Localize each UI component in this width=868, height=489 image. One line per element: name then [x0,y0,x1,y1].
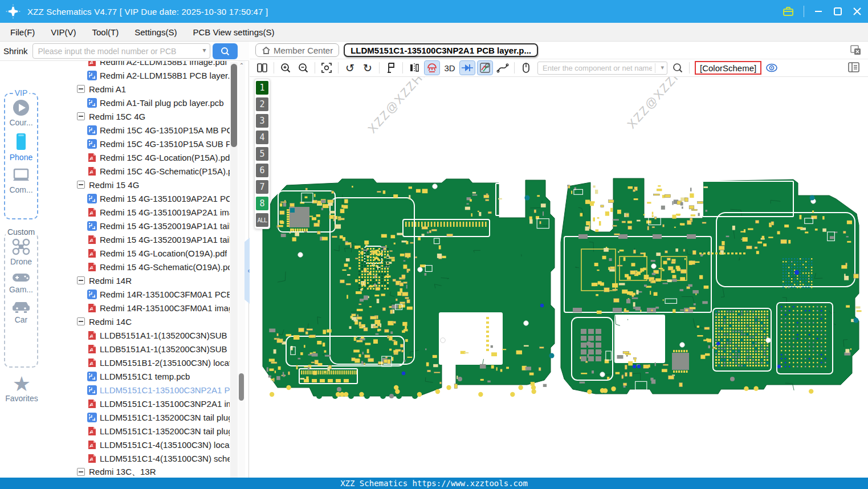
tree-file-row[interactable]: Redmi A1-Tail plug pcb layer.pcb [43,96,230,109]
eye-icon[interactable] [764,61,779,75]
tree-file-row[interactable]: LLDM5151C1 temp.pcb [43,369,230,383]
tree-file-row[interactable]: Redmi 15 4G-13510019AP2A1 image.pdf [43,205,230,219]
tree-file-row[interactable]: Redmi A2-LLDM158B1 PCB layer.pcb [43,68,230,82]
tree-file-row[interactable]: Redmi A2-LLDM158B1 image.pdf [43,61,230,68]
menu-item-1[interactable]: VIP(V) [51,27,76,37]
sidebar-item-course[interactable]: Cour... [5,99,37,127]
tree-scrollbar[interactable] [230,62,238,478]
sidebar-item-computer[interactable]: Com... [5,167,37,194]
tree-file-row[interactable]: Redmi 15C 4G-13510P15A MB PCB layer [43,123,230,137]
pcb-board-view[interactable]: XZZ@XZZHKXZZ@XZZHKXZZ@XZZHKXZZ@XZZHK [254,77,864,476]
zoom-in-icon[interactable] [278,61,293,75]
collapse-minus-icon[interactable] [77,276,85,284]
collapse-minus-icon[interactable] [77,181,85,189]
tree-file-row[interactable]: LLDB5151A1-1(135200C3N)SUB locatio [43,328,230,342]
tree-file-row[interactable]: Redmi 14R-135100C3FM0A1 image.pdf [43,301,230,315]
mouse-icon[interactable] [519,61,533,75]
menu-item-0[interactable]: File(F) [10,27,35,37]
rotate-left-icon[interactable]: ↺ [343,61,357,75]
net-search-icon[interactable] [670,61,685,75]
tree-file-row[interactable]: Redmi 15 4G-13520019AP1A1 tail plug [43,233,230,246]
panel-scrollbar[interactable]: ⌃ [238,61,245,478]
tree-file-row[interactable]: Redmi 15C 4G-13510P15A SUB PCB layer [43,137,230,150]
lamp-highlight-icon[interactable] [425,61,439,75]
collapse-minus-icon[interactable] [77,112,85,120]
scroll-up-icon[interactable]: ⌃ [238,62,245,68]
color-scheme-button[interactable]: [ColorScheme] [695,61,761,75]
split-view-icon[interactable] [255,61,270,75]
layer-button-8[interactable]: 8 [256,197,268,210]
close-document-icon[interactable] [850,44,861,55]
tree-file-row[interactable]: LLDM5151C1-4(135100C3N) schemati [43,451,230,465]
svg-text:XZZ@XZZHK: XZZ@XZZHK [625,77,691,131]
tree-group-row[interactable]: Redmi 15C 4G [43,109,230,123]
layer-button-4[interactable]: 4 [256,131,268,144]
sidebar-item-car[interactable]: Car [5,299,37,324]
layer-button-1[interactable]: 1 [256,81,268,95]
tree-scrollbar-thumb[interactable] [231,64,237,147]
tree-file-row[interactable]: Redmi 15 4G-13510019AP2A1 PCB layer [43,191,230,205]
tree-group-row[interactable]: Redmi A1 [43,82,230,96]
sidebar-item-phone[interactable]: Phone [5,132,37,162]
pcb-file-icon [87,139,97,149]
active-document-tab[interactable]: LLDM5151C1-135100C3NP2A1 PCB layer.p... [344,43,538,57]
panel-toggle-icon[interactable] [847,61,860,74]
layer-button-3[interactable]: 3 [256,114,268,128]
sidebar-item-drone[interactable]: Drone [5,238,37,266]
flag-icon[interactable] [384,61,398,75]
tree-file-row[interactable]: LLDM5151C1-135100C3NP2A1 image [43,397,230,410]
tree-group-row[interactable]: Redmi 13C、13R [43,465,230,478]
tree-group-row[interactable]: Redmi 14C [43,315,230,328]
tree-file-row[interactable]: Redmi 15 4G-Schematic(O19A).pdf [43,260,230,274]
search-button[interactable] [213,43,238,59]
tree-file-row[interactable]: Redmi 15C 4G-Location(P15A).pdf [43,150,230,164]
flip-horizontal-icon[interactable] [407,61,422,75]
tree-file-row[interactable]: LLDM5151C1-135200C3N tail plug [43,410,230,424]
member-center-button[interactable]: Member Center [255,43,339,57]
tree-group-row[interactable]: Redmi 14R [43,274,230,287]
net-search-input[interactable] [537,62,667,75]
layer-button-5[interactable]: 5 [256,147,268,161]
diode-icon[interactable] [460,61,475,75]
pcb-canvas[interactable]: 12345678ALL XZZ@XZZHKXZZ@XZZHKXZZ@XZZHKX… [254,77,864,476]
sidebar-item-favorites[interactable]: ★ Favorites [0,374,43,403]
maximize-button[interactable] [833,6,843,17]
tree-file-row[interactable]: Redmi 15C 4G-Schematic(P15A).pdf [43,164,230,178]
model-search-input[interactable] [32,43,210,59]
layer-button-6[interactable]: 6 [256,164,268,177]
tree-group-row[interactable]: Redmi 15 4G [43,178,230,191]
layer-button-7[interactable]: 7 [256,180,268,194]
collapse-minus-icon[interactable] [77,85,85,93]
menu-item-4[interactable]: PCB View settings(S) [193,27,274,37]
shrink-button[interactable]: Shrink [3,46,28,56]
chevron-down-icon[interactable]: ▾ [203,46,206,54]
close-button[interactable] [852,6,862,17]
sidebar-item-game[interactable]: Gam... [5,271,37,294]
curve-route-icon[interactable] [495,61,510,75]
rotate-right-icon[interactable]: ↻ [360,61,375,75]
tree-file-row[interactable]: Redmi 15 4G-Location(O19A).pdf [43,246,230,260]
fit-view-icon[interactable] [319,61,334,75]
tree-file-row[interactable]: LLDM5151C1-135200C3N tail plug [43,424,230,438]
3d-view-button[interactable]: 3D [442,61,457,75]
tree-file-row[interactable]: LLDM5151B1-2(135100C3N) location [43,356,230,369]
tree-item-label: Redmi A2-LLDM158B1 PCB layer.pcb [100,71,230,80]
measure-trace-icon[interactable] [478,61,492,75]
menu-item-2[interactable]: Tool(T) [92,27,119,37]
panel-scrollbar-thumb[interactable] [239,373,244,401]
tree-file-row[interactable]: Redmi 14R-135100C3FM0A1 PCB layer [43,287,230,301]
tree-file-row[interactable]: Redmi 15 4G-13520019AP1A1 tail plug [43,219,230,233]
chevron-down-icon[interactable]: ▾ [661,64,664,71]
zoom-out-icon[interactable] [296,61,311,75]
tree-file-row[interactable]: LLDB5151A1-1(135200C3N)SUB schem [43,342,230,356]
collapse-minus-icon[interactable] [77,317,85,325]
menu-item-3[interactable]: Settings(S) [135,27,177,37]
briefcase-icon[interactable] [782,6,794,17]
pdf-file-icon [87,399,97,409]
tree-file-row[interactable]: LLDM5151C1-4(135100C3N) location [43,438,230,451]
layer-button-2[interactable]: 2 [256,97,268,111]
collapse-minus-icon[interactable] [77,468,85,476]
minimize-button[interactable] [813,6,824,17]
tree-file-row[interactable]: LLDM5151C1-135100C3NP2A1 PCB la [43,383,230,397]
layer-button-all[interactable]: ALL [256,213,268,227]
